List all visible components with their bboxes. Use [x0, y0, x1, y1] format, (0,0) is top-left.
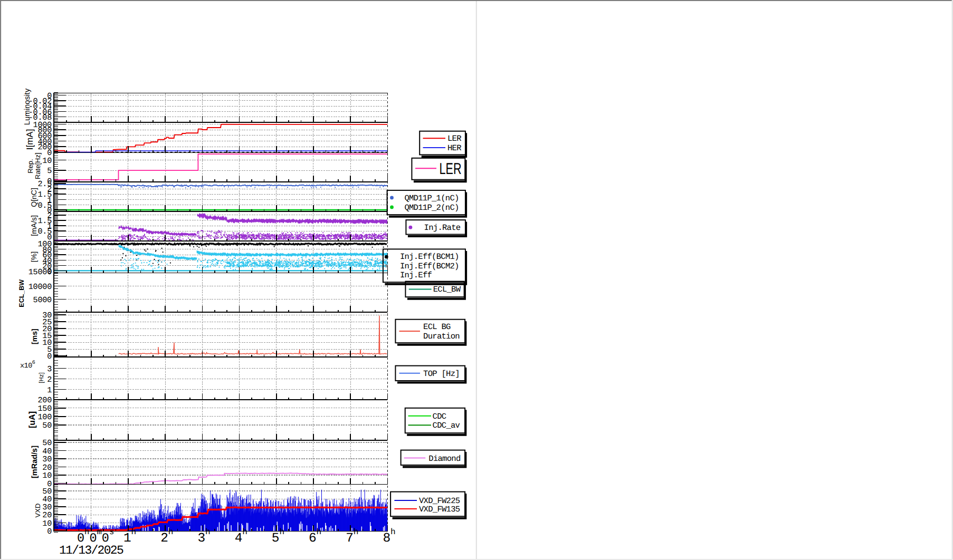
svg-text:I[mA]: I[mA] [25, 129, 35, 150]
svg-text:CDC: CDC [433, 412, 446, 421]
svg-text:m: m [97, 527, 102, 537]
svg-text:h: h [84, 527, 89, 537]
svg-text:CDC_av: CDC_av [433, 421, 460, 430]
svg-text:5000: 5000 [33, 295, 52, 305]
svg-text:[uA]: [uA] [28, 411, 37, 428]
svg-text:Inj.Eff: Inj.Eff [400, 271, 432, 280]
svg-text:10000: 10000 [28, 282, 52, 292]
svg-text:h: h [242, 527, 247, 537]
svg-text:h: h [279, 527, 284, 537]
svg-text:15000: 15000 [28, 267, 52, 277]
svg-text:LER: LER [447, 134, 461, 143]
svg-text:Rep.: Rep. [26, 159, 34, 173]
svg-text:h: h [317, 527, 322, 537]
svg-text:s: s [109, 527, 114, 537]
svg-text:3: 3 [47, 364, 52, 374]
svg-text:11/13/2025: 11/13/2025 [59, 544, 123, 557]
svg-text:Diamond: Diamond [428, 454, 460, 464]
svg-text:Inj.Eff(BCM1): Inj.Eff(BCM1) [400, 252, 459, 262]
svg-text:h: h [131, 527, 137, 537]
svg-text:4: 4 [235, 532, 243, 546]
svg-text:[Hz]: [Hz] [39, 372, 45, 383]
svg-text:2: 2 [47, 375, 52, 384]
svg-text:0: 0 [47, 527, 52, 536]
svg-text:0: 0 [47, 352, 52, 361]
svg-text:Inj.Rate: Inj.Rate [424, 223, 461, 233]
svg-text:[mRad/s]: [mRad/s] [31, 446, 39, 478]
svg-text:Inj.Eff(BCM2): Inj.Eff(BCM2) [400, 262, 459, 271]
svg-text:Rate[Hz]: Rate[Hz] [34, 152, 42, 179]
svg-text:QMD11P_2(nC): QMD11P_2(nC) [404, 203, 459, 213]
svg-text:HER: HER [447, 143, 461, 153]
svg-text:ECL BG: ECL BG [423, 322, 451, 332]
svg-text:QMD11P_1(nC): QMD11P_1(nC) [404, 194, 459, 203]
svg-text:LER: LER [439, 160, 461, 178]
svg-text:1: 1 [47, 385, 52, 395]
svg-text:[%]: [%] [30, 252, 38, 262]
svg-text:1: 1 [123, 532, 131, 546]
svg-text:h: h [168, 527, 174, 537]
svg-text:ECL_BW: ECL_BW [18, 279, 26, 307]
svg-text:5: 5 [272, 532, 280, 546]
svg-text:[ms]: [ms] [31, 329, 39, 344]
svg-text:VXD: VXD [34, 504, 42, 518]
svg-text:3: 3 [197, 532, 205, 546]
svg-text:6: 6 [309, 532, 317, 546]
svg-text:h: h [354, 527, 359, 537]
svg-text:h: h [205, 527, 211, 537]
svg-text:7: 7 [346, 532, 354, 546]
svg-text:8: 8 [383, 532, 390, 546]
svg-text:ECL_BW: ECL_BW [433, 285, 461, 294]
svg-text:Luminosity: Luminosity [23, 88, 32, 125]
svg-text:Q[nC]: Q[nC] [30, 188, 38, 207]
svg-text:[mA/s]: [mA/s] [30, 215, 39, 236]
svg-text:h: h [390, 527, 396, 537]
svg-text:50: 50 [42, 421, 52, 430]
svg-text:2: 2 [160, 532, 168, 546]
svg-text:TOP [Hz]: TOP [Hz] [423, 369, 460, 379]
svg-text:Duration: Duration [423, 332, 460, 341]
svg-text:VXD_FW135: VXD_FW135 [419, 505, 460, 514]
svg-text:5: 5 [47, 166, 52, 176]
svg-text:10: 10 [42, 156, 52, 166]
